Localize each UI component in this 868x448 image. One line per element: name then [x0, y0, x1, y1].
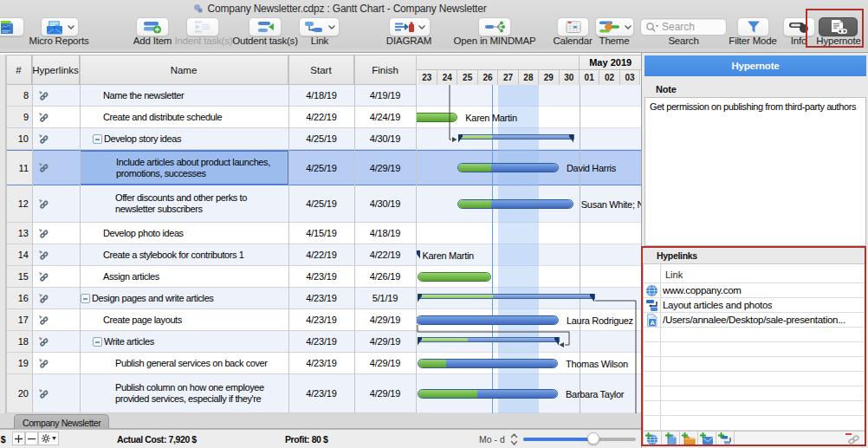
- column-header-finish[interactable]: Finish: [354, 55, 417, 85]
- tab-company-newsletter[interactable]: Company Newsletter: [14, 414, 109, 430]
- micro-reports-button[interactable]: [41, 17, 79, 36]
- task-name-cell[interactable]: Create page layouts: [80, 309, 288, 330]
- collapse-expander-icon[interactable]: [81, 294, 90, 303]
- zoom-stepper[interactable]: [510, 432, 518, 448]
- task-finish-cell[interactable]: 4/30/19: [354, 128, 416, 149]
- info-button[interactable]: [783, 17, 815, 36]
- task-start-cell[interactable]: 4/23/19: [288, 288, 354, 308]
- task-name-cell[interactable]: Publish general services on back cover: [80, 353, 288, 373]
- hyperlink-text[interactable]: /Users/annalee/Desktop/sale-presentation…: [663, 315, 845, 325]
- hyperlink-row[interactable]: A/Users/annalee/Desktop/sale-presentatio…: [644, 313, 865, 328]
- hyperlink-empty-row[interactable]: [644, 401, 865, 416]
- task-finish-cell[interactable]: 4/24/19: [354, 107, 416, 127]
- task-finish-cell[interactable]: 4/26/19: [354, 266, 416, 287]
- task-name-cell[interactable]: Write articles: [80, 331, 288, 352]
- row-hyperlink-cell[interactable]: [32, 309, 80, 330]
- task-start-cell[interactable]: 4/23/19: [288, 374, 354, 412]
- add-item-button[interactable]: [136, 17, 169, 36]
- note-textarea[interactable]: Get permission on publishing from third-…: [645, 97, 866, 246]
- task-finish-cell[interactable]: 4/29/19: [354, 309, 416, 330]
- row-hyperlink-cell[interactable]: [32, 107, 80, 127]
- task-finish-cell[interactable]: 4/29/19: [354, 151, 416, 185]
- row-hyperlink-cell[interactable]: [32, 223, 80, 243]
- task-name-cell[interactable]: Develop story ideas: [80, 128, 288, 149]
- task-start-cell[interactable]: 4/15/19: [288, 223, 354, 243]
- remove-task-button[interactable]: [25, 432, 38, 445]
- hypernote-button[interactable]: [819, 17, 858, 36]
- reports-button[interactable]: [0, 17, 24, 36]
- hyperlink-row[interactable]: Layout articles and photos: [644, 298, 865, 313]
- hyperlink-empty-row[interactable]: [644, 386, 865, 401]
- add-mail-hyperlink-button[interactable]: [698, 432, 716, 445]
- task-name-cell[interactable]: Assign articles: [80, 266, 288, 287]
- task-finish-cell[interactable]: 4/29/19: [354, 353, 416, 373]
- add-file-hyperlink-button[interactable]: [662, 432, 680, 445]
- task-finish-cell[interactable]: 4/18/19: [354, 223, 416, 243]
- column-header-num[interactable]: #: [6, 55, 32, 85]
- hyperlink-empty-row[interactable]: [644, 357, 865, 372]
- task-finish-cell[interactable]: 4/29/19: [354, 374, 416, 412]
- column-header-start[interactable]: Start: [288, 55, 354, 85]
- row-hyperlink-cell[interactable]: [32, 151, 80, 185]
- open-in-mindmap-button[interactable]: [478, 17, 511, 36]
- row-hyperlink-cell[interactable]: [32, 331, 80, 352]
- outdent-task-button[interactable]: [249, 17, 282, 36]
- task-start-cell[interactable]: 4/23/19: [288, 353, 354, 373]
- remove-hyperlink-button[interactable]: [844, 432, 861, 445]
- task-start-cell[interactable]: 4/23/19: [288, 266, 354, 287]
- link-button[interactable]: [299, 17, 340, 36]
- add-task-button[interactable]: [12, 432, 25, 445]
- column-header-name[interactable]: Name: [80, 55, 288, 85]
- task-finish-cell[interactable]: 4/19/19: [354, 85, 416, 106]
- task-finish-cell[interactable]: 4/22/19: [354, 244, 416, 265]
- task-name-cell[interactable]: Create a stylebook for contributors 1: [80, 244, 288, 265]
- row-hyperlink-cell[interactable]: [32, 128, 80, 149]
- task-start-cell[interactable]: 4/22/19: [288, 107, 354, 127]
- hyperlink-empty-row[interactable]: [644, 416, 865, 431]
- task-finish-cell[interactable]: 4/29/19: [354, 331, 416, 352]
- collapse-expander-icon[interactable]: [93, 337, 102, 347]
- row-hyperlink-cell[interactable]: [32, 374, 80, 412]
- calendar-button[interactable]: [557, 17, 589, 36]
- task-start-cell[interactable]: 4/22/19: [288, 244, 354, 265]
- task-name-cell[interactable]: Publish column on how one employee provi…: [80, 374, 288, 412]
- hyperlink-row[interactable]: www.coppany.com: [644, 283, 865, 298]
- row-hyperlink-cell[interactable]: [32, 185, 80, 222]
- filter-mode-button[interactable]: [737, 17, 769, 36]
- column-header-hyperlinks[interactable]: Hyperlinks: [32, 55, 80, 85]
- task-start-cell[interactable]: 4/25/19: [288, 128, 354, 149]
- task-finish-cell[interactable]: 4/30/19: [354, 185, 416, 222]
- task-finish-cell[interactable]: 5/1/19: [354, 288, 416, 308]
- row-hyperlink-cell[interactable]: [32, 353, 80, 373]
- hyperlink-empty-row[interactable]: [644, 328, 865, 342]
- zoom-slider-thumb[interactable]: [587, 432, 599, 445]
- add-folder-hyperlink-button[interactable]: [680, 432, 698, 445]
- task-start-cell[interactable]: 4/23/19: [288, 309, 354, 330]
- hyperlink-empty-row[interactable]: [644, 342, 865, 357]
- row-hyperlink-cell[interactable]: [32, 266, 80, 287]
- task-name-cell[interactable]: Name the newsletter: [80, 85, 288, 106]
- task-name-cell[interactable]: Include articles about product launches,…: [80, 151, 288, 185]
- task-start-cell[interactable]: 4/25/19: [288, 185, 354, 222]
- hyperlink-empty-row[interactable]: [644, 372, 865, 386]
- task-name-cell[interactable]: Design pages and write articles: [80, 288, 288, 308]
- hyperlink-text[interactable]: www.coppany.com: [663, 285, 742, 295]
- row-hyperlink-cell[interactable]: [32, 244, 80, 265]
- task-start-cell[interactable]: 4/18/19: [288, 85, 354, 106]
- diagram-button[interactable]: [389, 17, 431, 36]
- hyperlink-text[interactable]: Layout articles and photos: [663, 300, 772, 310]
- row-hyperlink-cell[interactable]: [32, 85, 80, 106]
- collapse-expander-icon[interactable]: [93, 134, 102, 144]
- search-input[interactable]: Search: [640, 18, 727, 36]
- theme-button[interactable]: [595, 17, 634, 36]
- add-diagram-hyperlink-button[interactable]: [716, 432, 735, 445]
- row-hyperlink-cell[interactable]: [32, 288, 80, 308]
- task-start-cell[interactable]: 4/25/19: [288, 151, 354, 185]
- indent-task-button[interactable]: [186, 17, 219, 36]
- task-name-cell[interactable]: Offer discounts and other perks to newsl…: [80, 185, 288, 222]
- settings-gear-button[interactable]: [38, 432, 59, 445]
- add-web-hyperlink-button[interactable]: [644, 432, 662, 445]
- task-start-cell[interactable]: 4/23/19: [288, 331, 354, 352]
- link-column-header[interactable]: Link: [665, 269, 683, 280]
- task-name-cell[interactable]: Create and distribute schedule: [80, 107, 288, 127]
